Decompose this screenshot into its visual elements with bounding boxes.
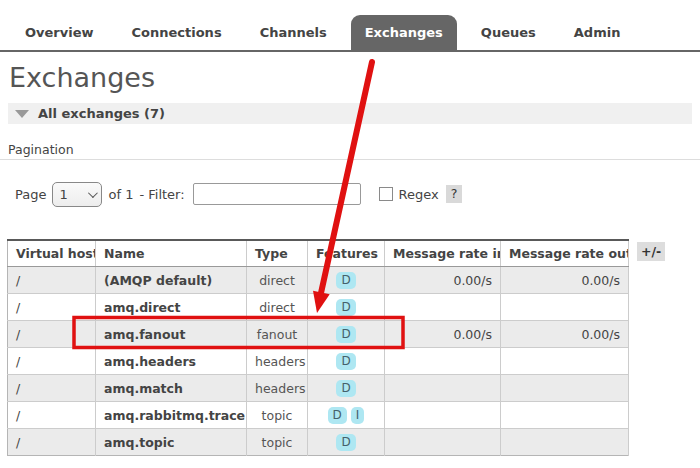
features-cell: D I <box>308 402 385 429</box>
internal-badge: I <box>351 407 365 424</box>
page-title: Exchanges <box>9 62 155 93</box>
regex-help-button[interactable]: ? <box>446 185 463 203</box>
features-cell: D <box>308 267 385 294</box>
section-label: All exchanges (7) <box>38 106 165 121</box>
type-cell: direct <box>247 294 308 321</box>
collapse-triangle-icon <box>15 110 29 118</box>
type-cell: topic <box>247 402 308 429</box>
table-row-amq-rabbitmq-trace: / amq.rabbitmq.trace topic D I <box>8 402 629 429</box>
tab-queues[interactable]: Queues <box>467 17 550 50</box>
rate-in-cell <box>385 402 501 429</box>
rate-out-cell: 0.00/s <box>501 267 629 294</box>
durable-badge: D <box>336 272 355 289</box>
exchange-name-link[interactable]: (AMQP default) <box>96 267 247 294</box>
filter-label: - Filter: <box>139 187 184 202</box>
tab-admin[interactable]: Admin <box>560 17 635 50</box>
col-name: Name <box>96 240 247 267</box>
page-count-label: of 1 <box>108 187 133 202</box>
exchange-name-link[interactable]: amq.headers <box>96 348 247 375</box>
features-cell: D <box>308 429 385 456</box>
vhost-cell: / <box>8 429 96 456</box>
type-cell: fanout <box>247 321 308 348</box>
rate-out-cell <box>501 294 629 321</box>
exchange-name-link[interactable]: amq.direct <box>96 294 247 321</box>
table-row-amq-fanout: / amq.fanout fanout D 0.00/s 0.00/s <box>8 321 629 348</box>
durable-badge: D <box>336 380 355 397</box>
type-cell: headers <box>247 375 308 402</box>
durable-badge: D <box>336 434 355 451</box>
column-toggle-button[interactable]: +/- <box>637 242 665 261</box>
col-message-rate-in: Message rate in <box>385 240 501 267</box>
page-select[interactable]: 1 <box>52 182 102 207</box>
vhost-cell: / <box>8 267 96 294</box>
table-row-amq-direct: / amq.direct direct D <box>8 294 629 321</box>
rate-in-cell: 0.00/s <box>385 321 501 348</box>
features-cell: D <box>308 375 385 402</box>
col-message-rate-out: Message rate out <box>501 240 629 267</box>
features-cell: D <box>308 348 385 375</box>
exchange-name-link[interactable]: amq.fanout <box>96 321 247 348</box>
tab-exchanges[interactable]: Exchanges <box>351 15 457 50</box>
rate-in-cell <box>385 429 501 456</box>
durable-badge: D <box>336 299 355 316</box>
regex-label: Regex <box>399 187 439 202</box>
regex-checkbox[interactable] <box>379 187 393 201</box>
rate-in-cell <box>385 348 501 375</box>
pagination-controls: Page 1 of 1 - Filter: Regex ? <box>15 181 462 207</box>
page-label: Page <box>15 187 46 202</box>
rate-out-cell: 0.00/s <box>501 321 629 348</box>
pagination-heading: Pagination <box>8 142 74 157</box>
pagination-divider <box>0 159 700 160</box>
durable-badge: D <box>336 353 355 370</box>
rate-in-cell <box>385 294 501 321</box>
exchange-name-link[interactable]: amq.match <box>96 375 247 402</box>
chevron-down-icon <box>88 188 98 198</box>
col-virtual-host: Virtual host <box>8 240 96 267</box>
vhost-cell: / <box>8 375 96 402</box>
page-select-value: 1 <box>59 187 67 202</box>
all-exchanges-section-header[interactable]: All exchanges (7) <box>8 103 692 124</box>
rate-in-cell <box>385 375 501 402</box>
vhost-cell: / <box>8 348 96 375</box>
col-type: Type <box>247 240 308 267</box>
tab-channels[interactable]: Channels <box>246 17 341 50</box>
tab-overview[interactable]: Overview <box>11 17 108 50</box>
table-header-row: Virtual host Name Type Features Message … <box>8 240 629 267</box>
vhost-cell: / <box>8 321 96 348</box>
col-features: Features <box>308 240 385 267</box>
type-cell: direct <box>247 267 308 294</box>
rabbitmq-management-page: Overview Connections Channels Exchanges … <box>0 0 700 468</box>
features-cell: D <box>308 294 385 321</box>
exchange-name-link[interactable]: amq.topic <box>96 429 247 456</box>
rate-out-cell <box>501 402 629 429</box>
features-cell: D <box>308 321 385 348</box>
filter-input[interactable] <box>193 183 361 205</box>
main-nav: Overview Connections Channels Exchanges … <box>0 0 700 52</box>
table-row-amq-headers: / amq.headers headers D <box>8 348 629 375</box>
vhost-cell: / <box>8 294 96 321</box>
rate-out-cell <box>501 348 629 375</box>
rate-out-cell <box>501 375 629 402</box>
rate-in-cell: 0.00/s <box>385 267 501 294</box>
exchanges-table: Virtual host Name Type Features Message … <box>7 239 629 456</box>
vhost-cell: / <box>8 402 96 429</box>
rate-out-cell <box>501 429 629 456</box>
type-cell: topic <box>247 429 308 456</box>
durable-badge: D <box>336 326 355 343</box>
durable-badge: D <box>328 407 347 424</box>
table-row-amqp-default: / (AMQP default) direct D 0.00/s 0.00/s <box>8 267 629 294</box>
exchange-name-link[interactable]: amq.rabbitmq.trace <box>96 402 247 429</box>
table-row-amq-topic: / amq.topic topic D <box>8 429 629 456</box>
tab-connections[interactable]: Connections <box>118 17 236 50</box>
exchanges-table-area: Virtual host Name Type Features Message … <box>7 239 665 456</box>
type-cell: headers <box>247 348 308 375</box>
table-row-amq-match: / amq.match headers D <box>8 375 629 402</box>
